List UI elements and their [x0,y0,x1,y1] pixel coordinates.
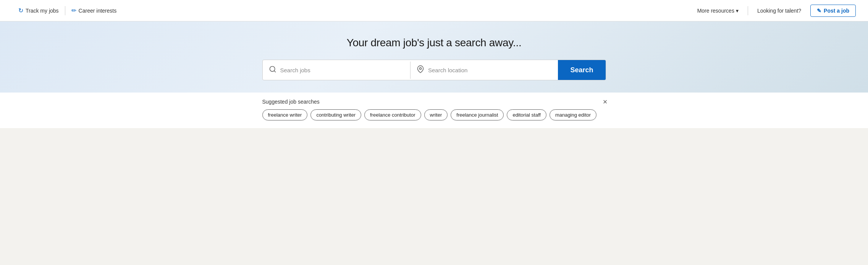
top-nav: ↻ Track my jobs ✏ Career interests More … [0,0,868,21]
suggestion-chip[interactable]: freelance journalist [451,109,504,120]
post-job-button[interactable]: ✎ Post a job [810,5,856,17]
career-interests-icon: ✏ [71,7,76,14]
search-jobs-wrap [263,62,411,79]
suggestion-chip[interactable]: editorial staff [507,109,546,120]
search-jobs-icon [269,65,276,75]
suggestions-label: Suggested job searches [262,99,606,105]
suggestions-inner: Suggested job searches freelance writerc… [255,93,614,128]
hero-title: Your dream job's just a search away... [12,37,856,49]
career-interests-label: Career interests [79,8,117,14]
search-button[interactable]: Search [558,60,605,80]
track-jobs-link[interactable]: ↻ Track my jobs [12,7,65,14]
chevron-down-icon: ▾ [736,8,739,14]
close-suggestions-button[interactable]: × [603,98,608,106]
track-jobs-icon: ↻ [18,7,23,14]
more-resources-menu[interactable]: More resources ▾ [697,8,739,14]
suggestion-chip[interactable]: managing editor [550,109,596,120]
hero-section: Your dream job's just a search away... S… [0,21,868,93]
location-icon [417,65,424,75]
suggestions-section: Suggested job searches freelance writerc… [0,93,868,128]
search-jobs-input[interactable] [280,62,404,79]
suggestion-chip[interactable]: freelance contributor [364,109,421,120]
more-resources-label: More resources [697,8,734,14]
post-job-icon: ✎ [817,8,821,14]
track-jobs-label: Track my jobs [26,8,59,14]
suggestion-chip[interactable]: contributing writer [310,109,361,120]
svg-line-1 [274,70,275,72]
search-bar: Search [262,60,606,80]
suggestion-chip[interactable]: writer [424,109,448,120]
looking-for-talent-link[interactable]: Looking for talent? [757,8,801,14]
nav-right: More resources ▾ Looking for talent? ✎ P… [697,5,856,17]
post-job-label: Post a job [824,8,849,14]
search-location-input[interactable] [428,62,552,79]
nav-divider-right [748,6,748,15]
career-interests-link[interactable]: ✏ Career interests [65,7,123,14]
svg-point-2 [419,67,421,69]
nav-left: ↻ Track my jobs ✏ Career interests [12,6,123,15]
suggestion-chip[interactable]: freelance writer [262,109,308,120]
suggestions-chips: freelance writercontributing writerfreel… [262,109,606,120]
search-location-wrap [411,62,558,79]
